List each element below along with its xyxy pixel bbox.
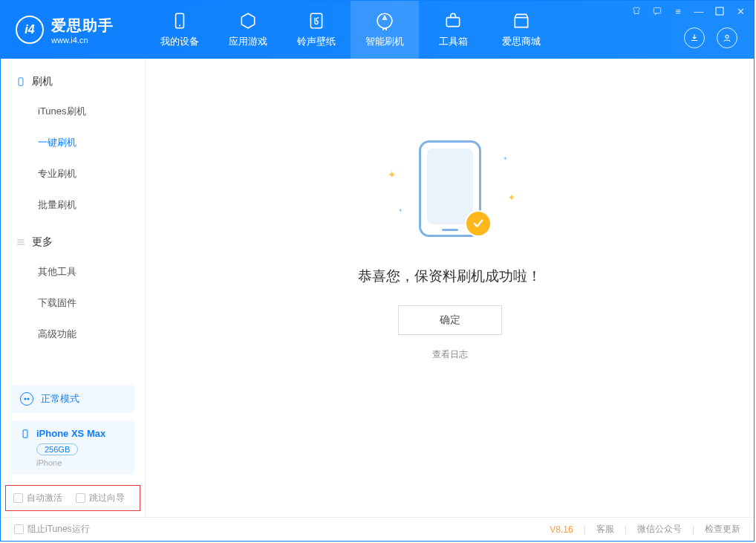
version-label: V8.16 [550,524,573,535]
sidebar-item-oneclick-flash[interactable]: 一键刷机 [1,127,145,158]
menu-icon[interactable]: ≡ [672,5,684,17]
status-label: 正常模式 [41,392,79,406]
shirt-icon[interactable] [630,5,642,17]
nav-tab-toolbox[interactable]: 工具箱 [419,1,487,59]
sidebar: 刷机 iTunes刷机 一键刷机 专业刷机 批量刷机 更多 其他工具 下载固件 … [1,59,146,517]
group-title: 更多 [32,235,53,249]
skip-setup-checkbox[interactable]: 跳过向导 [76,492,125,504]
nav-tab-device[interactable]: 我的设备 [146,1,214,59]
spark-icon: ✦ [398,207,403,214]
nav-tab-flash[interactable]: 智能刷机 [351,1,419,59]
checkbox-label: 自动激活 [27,492,62,504]
highlighted-checkbox-row: 自动激活 跳过向导 [5,485,140,511]
sidebar-group-more: 更多 [1,228,145,256]
nav-tabs: 我的设备 应用游戏 铃声壁纸 智能刷机 工具箱 爱思商城 [146,1,555,59]
svg-rect-3 [446,18,459,27]
confirm-button[interactable]: 确定 [398,305,502,335]
device-capacity: 256GB [36,443,78,455]
nav-tab-apps[interactable]: 应用游戏 [214,1,282,59]
download-icon[interactable] [684,27,705,48]
header-right-icons [684,27,737,48]
svg-point-6 [726,35,729,38]
checkmark-badge-icon [465,210,492,237]
nav-tab-ringtone[interactable]: 铃声壁纸 [282,1,351,59]
svg-rect-7 [19,78,23,86]
svg-point-9 [27,398,30,400]
minimize-icon[interactable]: ― [693,5,705,17]
main-content: ✦ ✦ ✦ ✦ 恭喜您，保资料刷机成功啦！ 确定 查看日志 [146,59,754,517]
view-log-link[interactable]: 查看日志 [432,348,468,361]
svg-point-1 [179,25,180,26]
checkbox-label: 阻止iTunes运行 [27,523,90,536]
block-itunes-checkbox[interactable]: 阻止iTunes运行 [14,523,90,536]
close-icon[interactable]: ✕ [734,5,746,17]
checkbox-icon [76,493,85,503]
svg-rect-5 [716,7,723,15]
success-illustration: ✦ ✦ ✦ ✦ [376,140,524,244]
nav-tab-store[interactable]: 爱思商城 [487,1,555,59]
svg-rect-10 [23,429,27,438]
sidebar-item-download-firmware[interactable]: 下载固件 [1,287,145,319]
footer-link-wechat[interactable]: 微信公众号 [637,523,682,536]
titlebar-controls: ≡ ― ✕ [630,5,746,17]
checkbox-label: 跳过向导 [89,492,125,504]
logo: i4 爱思助手 www.i4.cn [1,16,146,45]
device-name: iPhone XS Max [36,428,105,439]
svg-point-8 [25,398,27,400]
logo-icon: i4 [16,16,44,44]
status-card[interactable]: 正常模式 [11,385,134,413]
checkbox-icon [14,524,24,534]
phone-icon [20,429,30,439]
nav-label: 铃声壁纸 [297,35,336,48]
header: i4 爱思助手 www.i4.cn 我的设备 应用游戏 铃声壁纸 智能刷 [1,1,754,59]
footer: 阻止iTunes运行 V8.16 | 客服 | 微信公众号 | 检查更新 [1,517,754,541]
svg-rect-4 [654,7,660,13]
nav-label: 智能刷机 [365,35,404,48]
feedback-icon[interactable] [651,5,663,17]
nav-label: 应用游戏 [229,35,267,48]
device-type: iPhone [36,458,126,467]
nav-label: 我的设备 [160,35,199,48]
nav-label: 工具箱 [439,35,468,48]
sidebar-item-batch-flash[interactable]: 批量刷机 [1,189,145,221]
maximize-icon[interactable] [714,5,726,17]
sidebar-item-pro-flash[interactable]: 专业刷机 [1,158,145,189]
spark-icon: ✦ [388,169,397,181]
group-title: 刷机 [32,75,53,88]
status-icon [20,392,33,406]
app-title: 爱思助手 [51,16,114,36]
footer-link-update[interactable]: 检查更新 [705,523,740,536]
footer-link-support[interactable]: 客服 [596,523,614,536]
spark-icon: ✦ [508,192,515,203]
checkbox-icon [13,493,23,503]
user-icon[interactable] [717,27,737,48]
nav-label: 爱思商城 [502,35,541,48]
sidebar-item-itunes-flash[interactable]: iTunes刷机 [1,96,145,127]
spark-icon: ✦ [503,155,508,162]
sidebar-item-other-tools[interactable]: 其他工具 [1,256,145,287]
sidebar-item-advanced[interactable]: 高级功能 [1,319,145,350]
app-url: www.i4.cn [51,36,114,45]
device-card[interactable]: iPhone XS Max 256GB iPhone [11,420,134,475]
auto-activate-checkbox[interactable]: 自动激活 [13,492,62,504]
success-message: 恭喜您，保资料刷机成功啦！ [358,267,541,286]
sidebar-group-flash: 刷机 [1,68,145,96]
